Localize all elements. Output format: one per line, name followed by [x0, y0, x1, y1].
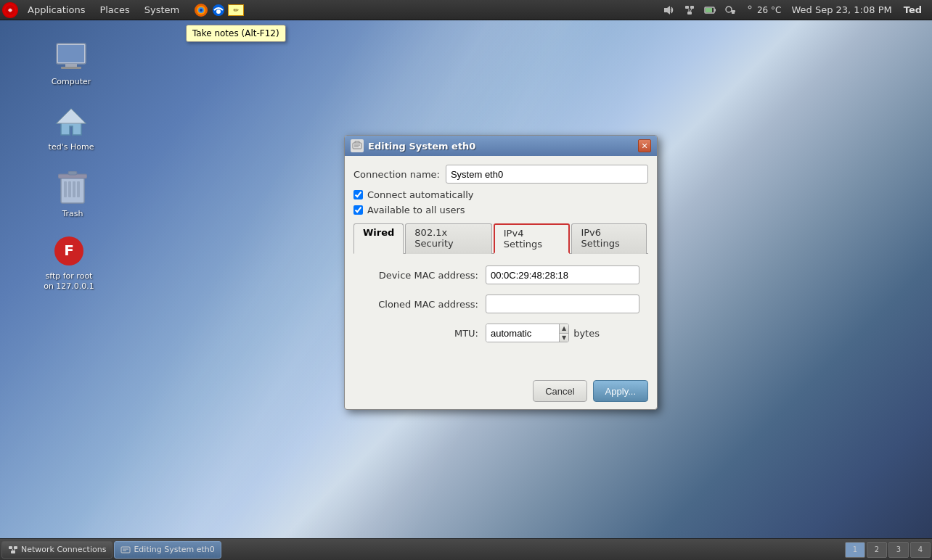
temperature-display: 26 °C: [742, 5, 784, 15]
system-tray: 26 °C Wed Sep 23, 1:08 PM Ted: [661, 0, 932, 20]
mtu-label: MTU:: [362, 328, 478, 339]
editing-eth0-label: Editing System eth0: [134, 545, 214, 554]
trash-icon-img: [55, 171, 90, 206]
workspace-1[interactable]: 1: [845, 542, 865, 558]
tab-8021x[interactable]: 802.1x Security: [405, 223, 491, 254]
connection-name-input[interactable]: [446, 165, 648, 184]
mtu-row: MTU: ▲ ▼ bytes: [362, 324, 639, 342]
svg-rect-8: [685, 6, 689, 9]
available-users-checkbox[interactable]: [353, 205, 363, 215]
device-mac-input[interactable]: [486, 265, 639, 284]
firefox-icon[interactable]: [192, 1, 210, 19]
taskbar-bottom: Network Connections Editing System eth0 …: [0, 538, 932, 560]
clock-display: Wed Sep 23, 1:08 PM: [787, 4, 896, 15]
note-icon-img: ✏: [228, 4, 244, 16]
svg-rect-22: [58, 45, 84, 62]
svg-rect-31: [77, 181, 80, 197]
sftp-icon-img: F: [52, 234, 86, 268]
home-icon-img: [54, 104, 89, 139]
workspace-4[interactable]: 4: [910, 542, 931, 558]
places-menu[interactable]: Places: [92, 0, 136, 20]
desktop: Applications Places System: [0, 0, 932, 560]
settings-tabs: Wired 802.1x Security IPv4 Settings IPv6…: [353, 223, 648, 254]
sftp-icon-label: sftp for root on 127.0.0.1: [43, 271, 95, 292]
tab-ipv6[interactable]: IPv6 Settings: [571, 223, 647, 254]
svg-point-4: [200, 9, 203, 12]
cloned-mac-input[interactable]: [486, 295, 639, 313]
volume-icon[interactable]: [661, 1, 678, 19]
dialog-titlebar: Editing System eth0 ✕: [345, 136, 657, 156]
mtu-input-wrap: ▲ ▼: [486, 324, 569, 342]
svg-rect-28: [64, 181, 67, 197]
svg-rect-7: [664, 8, 667, 12]
mtu-spinner-down[interactable]: ▼: [560, 334, 568, 343]
wired-tab-content: Device MAC address: Cloned MAC address: …: [353, 254, 648, 364]
connection-name-label: Connection name:: [353, 169, 440, 180]
power-manager-icon[interactable]: [701, 1, 719, 19]
fedora-logo-img: [2, 2, 18, 18]
svg-text:F: F: [64, 242, 74, 259]
taskbar-network-connections[interactable]: Network Connections: [1, 541, 113, 559]
tab-ipv4[interactable]: IPv4 Settings: [494, 223, 571, 254]
svg-rect-44: [121, 547, 130, 553]
fedora-logo: [0, 0, 20, 20]
svg-rect-36: [353, 143, 361, 149]
svg-rect-33: [68, 171, 77, 175]
workspace-2[interactable]: 2: [867, 542, 887, 558]
svg-rect-23: [65, 64, 77, 67]
svg-rect-24: [61, 67, 81, 69]
dialog-buttons: Cancel Apply...: [345, 373, 657, 409]
available-users-label: Available to all users: [367, 205, 465, 215]
desktop-icon-home[interactable]: ted's Home: [42, 102, 100, 155]
mtu-input[interactable]: [486, 324, 559, 342]
computer-icon-label: Computer: [52, 77, 91, 87]
svg-rect-18: [733, 12, 735, 14]
applications-menu[interactable]: Applications: [20, 0, 92, 20]
dialog-body: Connection name: Connect automatically A…: [345, 156, 657, 373]
thunderbird-icon[interactable]: [210, 1, 227, 19]
tooltip: Take notes (Alt-F12): [186, 25, 286, 42]
desktop-icon-trash[interactable]: Trash: [44, 168, 102, 222]
desktop-icon-sftp[interactable]: F sftp for root on 127.0.0.1: [40, 231, 98, 295]
mtu-spinner-up[interactable]: ▲: [560, 324, 568, 334]
svg-rect-29: [68, 181, 71, 197]
svg-rect-40: [14, 546, 17, 549]
taskbar-editing-eth0[interactable]: Editing System eth0: [114, 541, 221, 559]
svg-point-20: [748, 6, 751, 9]
svg-point-6: [216, 9, 221, 14]
network-tray-icon[interactable]: [681, 1, 698, 19]
svg-rect-10: [687, 12, 692, 15]
cloned-mac-label: Cloned MAC address:: [362, 299, 478, 310]
taskbar-top: Applications Places System: [0, 0, 932, 20]
connect-auto-checkbox[interactable]: [353, 190, 363, 199]
keyring-icon[interactable]: [722, 1, 739, 19]
svg-rect-39: [9, 546, 12, 549]
svg-line-12: [690, 9, 692, 12]
computer-icon-img: [54, 39, 89, 74]
connection-name-row: Connection name:: [353, 165, 648, 184]
username-display: Ted: [899, 4, 926, 15]
bytes-label: bytes: [573, 328, 600, 339]
connect-auto-row: Connect automatically: [353, 189, 648, 200]
svg-line-42: [12, 549, 13, 551]
available-users-row: Available to all users: [353, 205, 648, 215]
device-mac-label: Device MAC address:: [362, 270, 478, 281]
svg-rect-9: [690, 6, 694, 9]
svg-point-16: [726, 7, 732, 12]
workspace-3[interactable]: 3: [888, 542, 909, 558]
network-connections-icon: [8, 545, 18, 555]
home-icon-label: ted's Home: [49, 142, 94, 152]
tab-wired[interactable]: Wired: [353, 223, 404, 254]
desktop-icon-computer[interactable]: Computer: [42, 36, 100, 90]
apply-button[interactable]: Apply...: [593, 380, 648, 402]
cancel-button[interactable]: Cancel: [533, 380, 586, 402]
top-menu-bar: Applications Places System: [0, 0, 245, 20]
notes-icon[interactable]: ✏: [227, 1, 245, 19]
system-menu[interactable]: System: [137, 0, 187, 20]
svg-rect-14: [714, 9, 716, 12]
dialog-close-button[interactable]: ✕: [638, 139, 651, 152]
editing-eth0-icon: [120, 545, 131, 555]
svg-rect-41: [11, 551, 15, 553]
network-connections-label: Network Connections: [21, 545, 106, 554]
svg-line-43: [14, 549, 15, 551]
